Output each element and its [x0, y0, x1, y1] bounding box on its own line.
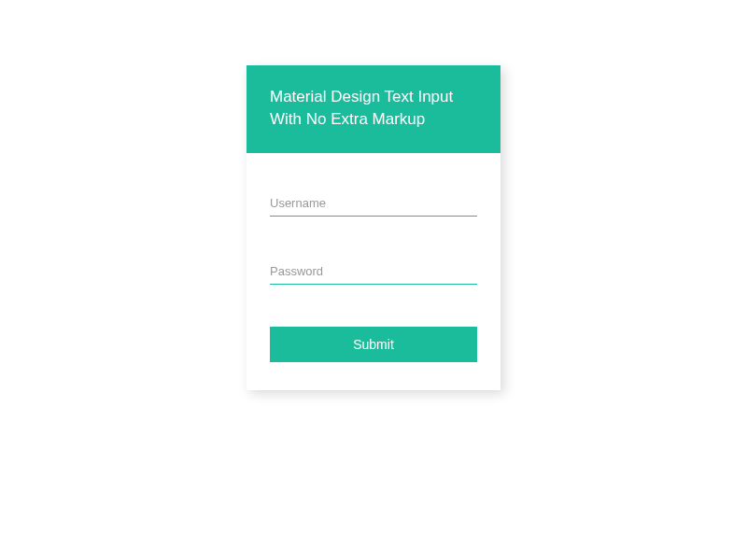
card-body: Username Password Submit	[247, 153, 500, 390]
card-title: Material Design Text Input With No Extra…	[270, 86, 477, 131]
username-group: Username	[270, 190, 477, 217]
password-input[interactable]	[270, 259, 477, 285]
submit-button[interactable]: Submit	[270, 327, 477, 362]
login-card: Material Design Text Input With No Extra…	[247, 65, 500, 390]
username-input[interactable]	[270, 190, 477, 217]
password-group: Password	[270, 259, 477, 285]
card-header: Material Design Text Input With No Extra…	[247, 65, 500, 153]
